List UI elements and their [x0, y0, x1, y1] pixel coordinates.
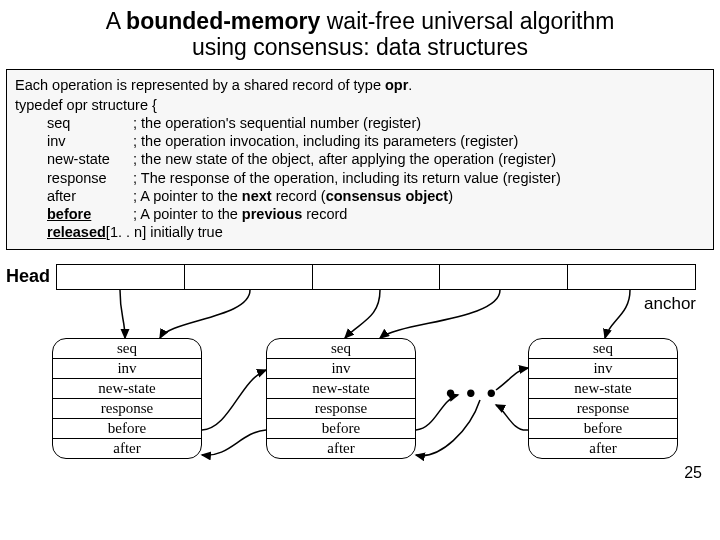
diagram-area: Head anchor seq inv new-state re: [0, 260, 720, 490]
slide-title: A bounded-memory wait-free universal alg…: [0, 0, 720, 63]
field-kw-after: after: [47, 187, 133, 205]
def-intro-a: Each operation is represented by a share…: [15, 77, 385, 93]
rec-row: response: [529, 399, 677, 419]
rec-row: response: [267, 399, 415, 419]
definition-box: Each operation is represented by a share…: [6, 69, 714, 250]
record-box: seq inv new-state response before after: [52, 338, 202, 459]
field-kw-before: before: [47, 205, 133, 223]
rec-row: response: [53, 399, 201, 419]
def-intro-c: .: [408, 77, 412, 93]
title-rest: wait-free universal algorithm: [320, 8, 614, 34]
rec-row: after: [53, 439, 201, 458]
field-kw-released: released: [47, 223, 106, 241]
head-cell: [313, 265, 441, 289]
rec-row: inv: [267, 359, 415, 379]
rec-row: after: [529, 439, 677, 458]
head-cell: [440, 265, 568, 289]
record-box: seq inv new-state response before after: [266, 338, 416, 459]
rec-row: new-state: [53, 379, 201, 399]
def-typedef: typedef opr structure {: [15, 96, 705, 114]
head-cell: [568, 265, 695, 289]
title-prefix: A: [106, 8, 126, 34]
def-intro-bold: opr: [385, 77, 408, 93]
rec-row: seq: [529, 339, 677, 359]
head-cell: [57, 265, 185, 289]
page-number: 25: [684, 464, 702, 482]
field-kw-inv: inv: [47, 132, 133, 150]
rec-row: new-state: [529, 379, 677, 399]
field-desc-newstate: ; the new state of the object, after app…: [133, 151, 556, 167]
title-line2: using consensus: data structures: [20, 34, 700, 60]
rec-row: new-state: [267, 379, 415, 399]
rec-row: before: [53, 419, 201, 439]
rec-row: after: [267, 439, 415, 458]
head-label: Head: [6, 266, 50, 287]
rec-row: seq: [267, 339, 415, 359]
title-bold: bounded-memory: [126, 8, 320, 34]
rec-row: inv: [53, 359, 201, 379]
rec-row: before: [529, 419, 677, 439]
field-kw-seq: seq: [47, 114, 133, 132]
head-cell: [185, 265, 313, 289]
field-desc-response: ; The response of the operation, includi…: [133, 170, 561, 186]
rec-row: inv: [529, 359, 677, 379]
field-kw-response: response: [47, 169, 133, 187]
rec-row: seq: [53, 339, 201, 359]
field-desc-inv: ; the operation invocation, including it…: [133, 133, 518, 149]
record-box: seq inv new-state response before after: [528, 338, 678, 459]
field-desc-seq: ; the operation's sequential number (reg…: [133, 115, 421, 131]
field-kw-newstate: new-state: [47, 150, 133, 168]
anchor-label: anchor: [644, 294, 696, 314]
head-array: [56, 264, 696, 290]
rec-row: before: [267, 419, 415, 439]
ellipsis: • • •: [446, 378, 498, 409]
